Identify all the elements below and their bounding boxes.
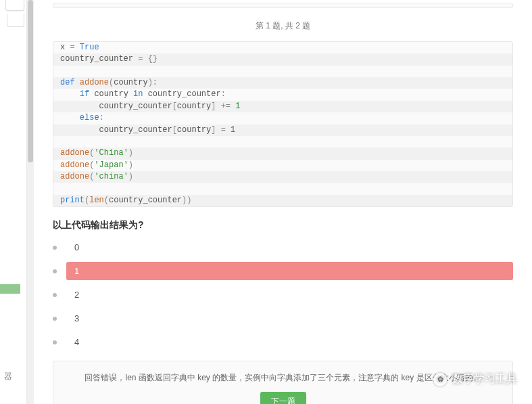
watermark: ✿ 数字学习工具 [433, 372, 517, 386]
code-line [53, 66, 512, 77]
code-line: if country in country_counter: [53, 89, 512, 100]
option-bullet [53, 340, 57, 344]
option-label: 3 [66, 309, 87, 328]
sidebar-truncated-label: 器 [4, 371, 12, 382]
left-sidebar: 器 [0, 0, 27, 404]
option-row[interactable]: 0 [53, 238, 513, 256]
left-stub-top [5, 0, 24, 11]
code-line: addone('China') [53, 148, 512, 159]
code-line: country_counter[country] += 1 [53, 101, 512, 112]
options-list: 01234 [53, 238, 513, 351]
option-label: 0 [66, 238, 87, 256]
quiz-progress: 第 1 题, 共 2 题 [53, 20, 513, 32]
sidebar-active-marker [0, 284, 20, 294]
left-scrollbar-track[interactable] [27, 0, 34, 404]
next-question-button[interactable]: 下一题 [260, 392, 306, 404]
code-line [53, 136, 512, 148]
main-content: 第 1 题, 共 2 题 x = Truecountry_counter = {… [34, 0, 532, 404]
code-snippet: x = Truecountry_counter = {} def addone(… [53, 41, 513, 207]
left-scrollbar-thumb[interactable] [28, 0, 33, 162]
option-row[interactable]: 2 [53, 286, 513, 304]
option-label: 2 [66, 286, 87, 304]
option-bullet [53, 269, 57, 273]
option-label: 1 [66, 262, 513, 280]
watermark-text: 数字学习工具 [452, 372, 517, 386]
option-row[interactable]: 1 [53, 262, 513, 280]
code-line: addone('china') [53, 171, 512, 183]
code-line: country_counter = {} [53, 53, 512, 65]
code-line: else: [53, 112, 512, 124]
left-stub-mid [7, 14, 24, 27]
option-bullet [53, 246, 57, 250]
option-bullet [53, 293, 57, 297]
code-line: def addone(country): [53, 77, 512, 89]
code-line: print(len(country_counter)) [53, 195, 512, 206]
option-bullet [53, 317, 57, 321]
code-line: x = True [53, 42, 512, 53]
code-line [53, 183, 512, 194]
option-row[interactable]: 3 [53, 309, 513, 328]
top-panel-stub [53, 3, 513, 8]
question-title: 以上代码输出结果为? [53, 219, 513, 231]
code-line: addone('Japan') [53, 160, 512, 171]
option-label: 4 [66, 333, 87, 351]
wechat-icon: ✿ [433, 373, 447, 386]
code-line: country_counter[country] = 1 [53, 125, 512, 136]
option-row[interactable]: 4 [53, 333, 513, 351]
